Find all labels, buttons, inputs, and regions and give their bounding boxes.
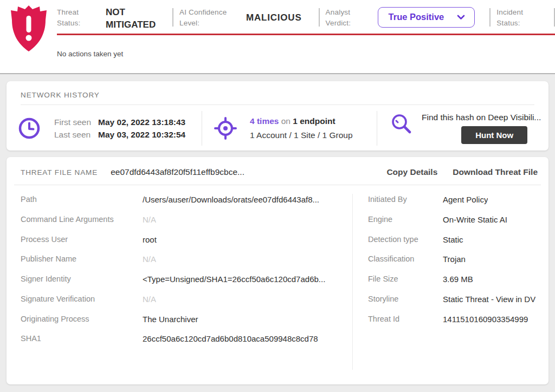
detail-row: Process User root [21,234,352,246]
detail-label: Classification [368,253,443,265]
threat-file-name-value: ee07dfd6443af8f20f5f11effb9cbce... [111,167,244,177]
find-hash-text: Find this hash on Deep Visibili... [422,113,541,122]
detail-value: On-Write Static AI [443,214,507,226]
incident-status-group: Incident Status: [496,7,531,29]
deep-visibility-hunt-group: Find this hash on Deep Visibili... Hunt … [377,113,548,144]
threat-file-name-label: THREAT FILE NAME [21,168,98,177]
detail-label: Initiated By [368,194,443,206]
detail-label: File Size [368,273,443,285]
detail-row: Initiated By Agent Policy [368,194,535,206]
ai-confidence-group: AI Confidence Level: MALICIOUS [179,7,313,29]
no-actions-text: No actions taken yet [57,50,555,58]
copy-details-button[interactable]: Copy Details [386,167,437,177]
detail-row: SHA1 26ccf50a6c120cd7ad6b0d810aca509948c… [21,333,352,345]
detail-row: Publisher Name N/A [21,253,352,265]
detail-value: Static [443,234,463,246]
last-seen-label: Last seen [54,130,91,140]
header-divider [319,8,320,27]
chevron-down-icon [457,15,465,20]
threat-status-group: Threat Status: NOT MITIGATED [57,7,166,31]
last-seen-value: May 03, 2022 10:32:54 [98,130,185,140]
detail-label: Originating Process [21,313,143,325]
analyst-verdict-dropdown[interactable]: True Positive [378,7,475,28]
detail-label: Detection type [368,234,443,246]
detail-row: Classification Trojan [368,253,535,265]
detail-value: N/A [143,214,156,226]
threat-details-content: NETWORK HISTORY First seen May 02, 2022 … [0,74,555,384]
first-seen-value: May 02, 2022 13:18:43 [98,117,185,127]
endpoint-occurrence-group: 4 times on 1 endpoint 1 Account / 1 Site… [202,114,377,143]
threat-status-value: NOT MITIGATED [106,6,166,31]
seen-times-group: First seen May 02, 2022 13:18:43 Last se… [17,116,202,140]
detail-row: Command Line Arguments N/A [21,214,352,226]
threat-summary-header: Threat Status: NOT MITIGATED AI Confiden… [0,0,555,74]
incident-status-label: Incident Status: [496,7,531,29]
first-seen-label: First seen [54,117,91,127]
threat-status-label: Threat Status: [57,7,99,29]
ai-confidence-value: MALICIOUS [246,12,302,23]
detail-label: Path [21,194,143,206]
detail-label: Signer Identity [21,273,143,285]
times-on-text: on [281,116,291,126]
crosshair-target-icon [214,117,237,140]
network-history-card: NETWORK HISTORY First seen May 02, 2022 … [7,81,548,151]
detail-value: 3.69 MB [443,273,473,285]
analyst-verdict-group: Analyst Verdict: True Positive [326,7,484,29]
analyst-verdict-value: True Positive [389,12,444,22]
detail-row: Detection type Static [368,234,535,246]
ai-confidence-label: AI Confidence Level: [179,7,231,29]
detail-value: 1411510160903354999 [443,313,528,325]
account-site-group-scope: 1 Account / 1 Site / 1 Group [250,128,353,142]
network-history-title: NETWORK HISTORY [7,81,548,99]
hunt-now-button[interactable]: Hunt Now [461,126,527,144]
download-threat-file-button[interactable]: Download Threat File [453,167,538,177]
header-divider [489,8,491,27]
detail-value: <Type=Unsigned/SHA1=26ccf50a6c120cd7ad6b… [143,273,325,285]
detail-label: Signature Verification [21,293,143,305]
detail-label: Threat Id [368,313,443,325]
detail-value: The Unarchiver [143,313,198,325]
detail-row: Path /Users/auser/Downloads/orats/ee07df… [21,194,352,206]
file-details-right-column: Initiated By Agent Policy Engine On-Writ… [352,194,535,370]
detail-row: Signer Identity <Type=Unsigned/SHA1=26cc… [21,273,352,285]
detail-label: Command Line Arguments [21,214,143,226]
detail-row: Originating Process The Unarchiver [21,313,352,325]
times-seen-link[interactable]: 4 times [250,116,279,126]
detail-label: Process User [21,234,143,246]
detail-value: Static Threat - View in DV [443,293,535,305]
threat-shield-alert-icon [7,4,51,55]
header-divider [172,8,173,27]
endpoint-count: 1 endpoint [293,116,335,126]
detail-value: N/A [143,293,156,305]
file-details-left-column: Path /Users/auser/Downloads/orats/ee07df… [21,194,352,370]
detail-label: Publisher Name [21,253,143,265]
status-underline [57,34,555,35]
detail-value: 26ccf50a6c120cd7ad6b0d810aca509948c8cd78 [143,333,318,345]
detail-label: Storyline [368,293,443,305]
detail-row: Engine On-Write Static AI [368,214,535,226]
detail-label: SHA1 [21,333,143,345]
detail-value: Agent Policy [443,194,488,206]
detail-row: Threat Id 1411510160903354999 [368,313,535,325]
detail-row: Signature Verification N/A [21,293,352,305]
detail-row: Storyline Static Threat - View in DV [368,293,535,305]
detail-value: Trojan [443,253,466,265]
detail-value: /Users/auser/Downloads/orats/ee07dfd6443… [143,194,319,206]
threat-file-card: THREAT FILE NAME ee07dfd6443af8f20f5f11e… [7,157,548,384]
detail-value: N/A [143,253,156,265]
detail-value: root [143,234,157,246]
search-magnifier-icon [390,113,413,135]
analyst-verdict-label: Analyst Verdict: [326,7,359,29]
detail-label: Engine [368,214,443,226]
clock-icon [17,116,41,140]
detail-row: File Size 3.69 MB [368,273,535,285]
